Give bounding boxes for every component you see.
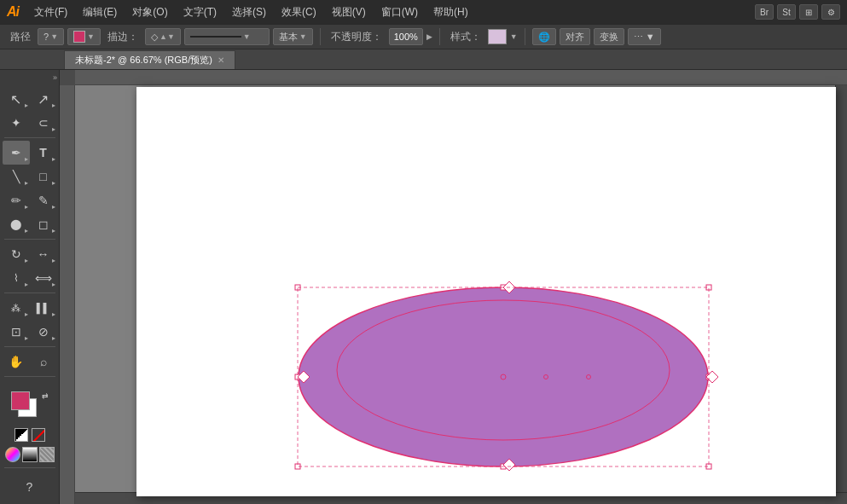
tab-bar: 未标题-2* @ 66.67% (RGB/预览) ✕	[0, 49, 847, 70]
tool-slice[interactable]: ⊘ ▸	[30, 320, 57, 344]
tool-eraser[interactable]: ◻ ▸	[30, 212, 57, 236]
web-icon[interactable]: 🌐	[532, 28, 556, 45]
magic-wand-icon: ✦	[11, 116, 21, 130]
tool-zoom[interactable]: ⌕	[30, 350, 57, 374]
tool-symbol-spray[interactable]: ⁂ ▸	[3, 296, 30, 320]
menu-file[interactable]: 文件(F)	[29, 3, 73, 21]
tool-rect[interactable]: □ ▸	[30, 165, 57, 188]
menu-window[interactable]: 窗口(W)	[376, 3, 423, 21]
stroke-weight-value: ◇	[151, 32, 158, 43]
style-label: 样式：	[447, 30, 484, 44]
slice-icon: ⊘	[38, 325, 49, 339]
menu-edit[interactable]: 编辑(E)	[78, 3, 122, 21]
tool-row-line: ╲ ▸ □ ▸	[0, 165, 59, 188]
tab-close-0[interactable]: ✕	[218, 55, 224, 65]
main-layout: » ↖ ▸ ↗ ▸ ✦ ⊂ ▸ ✒ ▸	[0, 70, 847, 504]
more-options-btn[interactable]: ⋯ ▼	[628, 28, 661, 45]
direct-selection-icon: ↗	[38, 91, 49, 107]
tool-sep-bottom	[4, 467, 55, 468]
settings-icon[interactable]: ⚙	[821, 4, 840, 20]
basic-dropdown[interactable]: 基本 ▼	[273, 28, 313, 45]
rotate-icon: ↻	[11, 247, 21, 261]
opacity-chevron: ▶	[426, 32, 432, 41]
default-colors-btn[interactable]	[15, 428, 28, 442]
ruler-horizontal	[60, 70, 847, 85]
tool-magic-wand[interactable]: ✦	[3, 111, 30, 135]
stroke-color-preview	[73, 31, 85, 43]
stroke-dash-selector[interactable]: ▼	[184, 28, 270, 45]
toolbar-collapse-btn[interactable]: »	[53, 73, 57, 85]
tool-pen[interactable]: ✒ ▸	[3, 141, 30, 165]
swap-colors-btn[interactable]: ⇄	[42, 391, 49, 400]
stroke-color-picker[interactable]: ▼	[67, 28, 101, 45]
gradient-btn[interactable]	[22, 447, 38, 462]
tool-direct-selection[interactable]: ↗ ▸	[30, 87, 57, 111]
tool-graph[interactable]: ▌▌ ▸	[30, 296, 57, 320]
menu-effect[interactable]: 效果(C)	[276, 3, 322, 21]
tool-type[interactable]: T ▸	[30, 141, 57, 165]
bridge-icon[interactable]: Br	[755, 4, 774, 20]
rect-icon: □	[39, 170, 46, 183]
tool-row-symbol: ⁂ ▸ ▌▌ ▸	[0, 296, 59, 320]
tool-row-warp: ⌇ ▸ ⟺ ▸	[0, 266, 59, 290]
foreground-color-swatch[interactable]	[11, 391, 30, 410]
selection-icon: ↖	[10, 91, 21, 107]
path-type-chevron: ▼	[50, 32, 58, 41]
title-bar: Ai 文件(F) 编辑(E) 对象(O) 文字(T) 选择(S) 效果(C) 视…	[0, 0, 847, 24]
tool-pencil[interactable]: ✎ ▸	[30, 188, 57, 212]
tool-sep-5	[4, 376, 55, 377]
stock-icon[interactable]: St	[777, 4, 796, 20]
artboard	[136, 87, 836, 496]
stroke-weight-input[interactable]: ◇ ▲▼	[145, 28, 181, 45]
align-btn[interactable]: 对齐	[560, 28, 590, 45]
tool-line[interactable]: ╲ ▸	[3, 165, 30, 188]
lasso-icon: ⊂	[38, 116, 49, 130]
ruler-vertical	[60, 70, 75, 504]
tool-width[interactable]: ⟺ ▸	[30, 266, 57, 290]
width-icon: ⟺	[35, 271, 52, 285]
tool-hand[interactable]: ✋	[3, 350, 30, 374]
menu-help[interactable]: 帮助(H)	[428, 3, 473, 21]
tool-row-select: ↖ ▸ ↗ ▸	[0, 87, 59, 111]
color-mode-btn[interactable]	[5, 447, 20, 462]
path-label: 路径	[7, 30, 34, 44]
ruler-corner	[60, 70, 75, 85]
no-fill-btn[interactable]	[32, 428, 45, 442]
menu-type[interactable]: 文字(T)	[178, 3, 222, 21]
toolbar-sep-1	[320, 28, 321, 45]
pattern-btn[interactable]	[39, 447, 55, 462]
opacity-input[interactable]	[389, 28, 423, 45]
eraser-icon: ◻	[38, 217, 49, 231]
menu-select[interactable]: 选择(S)	[227, 3, 271, 21]
tool-paintbrush[interactable]: ✏ ▸	[3, 188, 30, 212]
question-icon: ?	[26, 480, 33, 494]
tool-artboard[interactable]: ⊡ ▸	[3, 320, 30, 344]
tool-scale[interactable]: ↔ ▸	[30, 242, 57, 266]
canvas-area[interactable]	[60, 70, 847, 504]
style-color-box[interactable]	[488, 29, 507, 44]
menu-view[interactable]: 视图(V)	[327, 3, 371, 21]
paintbrush-icon: ✏	[11, 194, 21, 207]
grid-icon[interactable]: ⊞	[799, 4, 818, 20]
tool-selection[interactable]: ↖ ▸	[3, 87, 30, 111]
path-type-icon: ?	[44, 32, 49, 42]
tool-question[interactable]: ?	[16, 475, 44, 499]
transform-btn[interactable]: 变换	[594, 28, 624, 45]
zoom-icon: ⌕	[40, 355, 47, 368]
document-tab-0[interactable]: 未标题-2* @ 66.67% (RGB/预览) ✕	[64, 50, 235, 69]
tool-row-brush: ✏ ▸ ✎ ▸	[0, 188, 59, 212]
scrollbar-vertical[interactable]	[835, 85, 847, 492]
tool-warp[interactable]: ⌇ ▸	[3, 266, 30, 290]
color-swatches: ⇄ ?	[0, 391, 59, 504]
tool-blob-brush[interactable]: ⬤ ▸	[3, 212, 30, 236]
title-bar-icons: Br St ⊞ ⚙	[755, 4, 840, 20]
pencil-icon: ✎	[38, 194, 49, 207]
toolbar-sep-2	[439, 28, 440, 45]
tool-row-hand: ✋ ⌕	[0, 350, 59, 374]
tab-label-0: 未标题-2* @ 66.67% (RGB/预览)	[75, 54, 212, 67]
tool-lasso[interactable]: ⊂ ▸	[30, 111, 57, 135]
tool-rotate[interactable]: ↻ ▸	[3, 242, 30, 266]
menu-object[interactable]: 对象(O)	[127, 3, 172, 21]
hand-icon: ✋	[9, 355, 23, 368]
path-type-selector[interactable]: ? ▼	[38, 28, 64, 45]
